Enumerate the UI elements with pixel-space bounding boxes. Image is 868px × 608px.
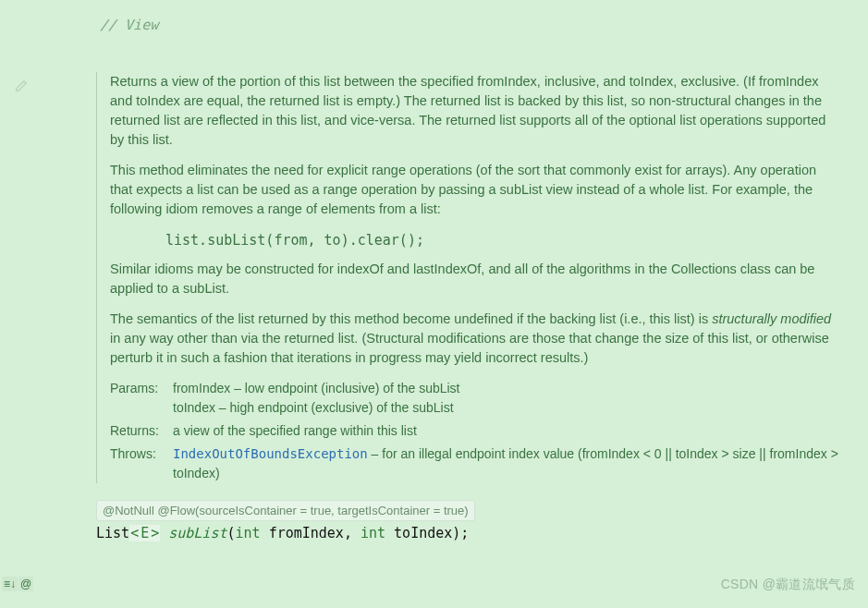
- params-value: fromIndex – low endpoint (inclusive) of …: [173, 379, 840, 418]
- method-name: subList: [168, 525, 226, 541]
- comma: ,: [344, 525, 361, 541]
- javadoc-paragraph: This method eliminates the need for expl…: [110, 161, 840, 219]
- generic-bracket: >: [150, 525, 160, 541]
- keyword-int: int: [236, 525, 261, 541]
- javadoc-params: Params: fromIndex – low endpoint (inclus…: [110, 379, 840, 418]
- main-content: // View Returns a view of the portion of…: [43, 0, 868, 608]
- javadoc-block: Returns a view of the portion of this li…: [96, 72, 840, 483]
- javadoc-returns: Returns: a view of the specified range w…: [110, 421, 840, 441]
- text-run: The semantics of the list returned by th…: [110, 311, 712, 326]
- javadoc-paragraph: Similar idioms may be constructed for in…: [110, 260, 840, 298]
- generic-bracket: <: [129, 525, 140, 541]
- javadoc-throws: Throws: IndexOutOfBoundsException – for …: [110, 444, 840, 483]
- paren: (: [226, 525, 235, 541]
- throws-label: Throws:: [110, 444, 173, 483]
- reorder-marker[interactable]: ≡↓: [2, 577, 18, 591]
- throws-value: IndexOutOfBoundsException – for an illeg…: [173, 444, 840, 483]
- method-signature: List<E> subList(int fromIndex, int toInd…: [96, 525, 840, 541]
- javadoc-code-sample: list.subList(from, to).clear();: [165, 232, 840, 249]
- exception-link[interactable]: IndexOutOfBoundsException: [173, 446, 368, 461]
- param-entry: fromIndex – low endpoint (inclusive) of …: [173, 379, 840, 398]
- returns-value: a view of the specified range within thi…: [173, 421, 840, 441]
- return-type: List: [96, 525, 129, 541]
- gutter: ≡↓ @: [0, 0, 43, 608]
- javadoc-paragraph: Returns a view of the portion of this li…: [110, 72, 840, 150]
- text-run: in any way other than via the returned l…: [110, 331, 829, 365]
- gutter-bottom-markers: ≡↓ @: [2, 577, 33, 591]
- keyword-int: int: [361, 525, 385, 541]
- inferred-annotations: @NotNull @Flow(sourceIsContainer = true,…: [96, 500, 475, 521]
- emphasis-text: structurally modified: [712, 311, 831, 326]
- javadoc-paragraph: The semantics of the list returned by th…: [110, 310, 840, 368]
- code-comment: // View: [100, 17, 840, 33]
- returns-label: Returns:: [110, 421, 173, 441]
- params-label: Params:: [110, 379, 173, 418]
- annotation-marker[interactable]: @: [18, 577, 33, 591]
- edit-icon: [15, 79, 28, 95]
- paren: );: [452, 525, 469, 541]
- param-entry: toIndex – high endpoint (exclusive) of t…: [173, 398, 840, 418]
- param-name: toIndex: [394, 525, 452, 541]
- watermark: CSDN @霸道流氓气质: [721, 577, 855, 593]
- generic-param: E: [140, 525, 150, 541]
- param-name: fromIndex: [269, 525, 344, 541]
